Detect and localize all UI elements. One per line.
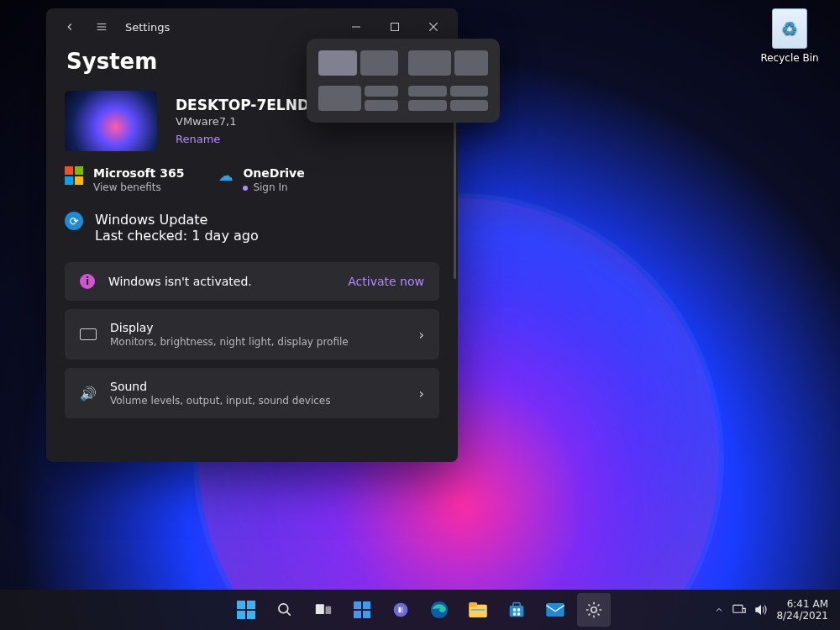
taskbar-app-edge[interactable] [423, 593, 456, 627]
taskbar-app-chat[interactable] [384, 593, 417, 627]
activation-banner: i Windows isn't activated. Activate now [65, 262, 439, 301]
svg-rect-0 [391, 24, 399, 31]
network-icon[interactable] [732, 604, 746, 616]
taskbar-app-store[interactable] [500, 593, 533, 627]
search-button[interactable] [268, 593, 302, 627]
window-minimize-button[interactable] [337, 13, 375, 40]
settings-scroll-region[interactable]: DESKTOP-7ELNDNI VMware7,1 Rename Microso… [46, 86, 458, 462]
back-button[interactable] [61, 18, 78, 35]
settings-item-sound[interactable]: 🔊 Sound Volume levels, output, input, so… [65, 368, 439, 418]
onedrive-title: OneDrive [243, 166, 304, 180]
onedrive-sub: Sign In [243, 181, 304, 193]
activation-text: Windows isn't activated. [108, 275, 252, 288]
recycle-bin-icon [772, 8, 807, 49]
desktop-icon-recycle-bin[interactable]: Recycle Bin [756, 8, 823, 64]
m365-sub: View benefits [93, 181, 184, 193]
window-title: Settings [125, 21, 170, 34]
device-model: VMware7,1 [176, 115, 327, 128]
wu-sub: Last checked: 1 day ago [95, 228, 259, 244]
display-sub: Monitors, brightness, night light, displ… [110, 336, 349, 348]
svg-rect-13 [469, 602, 477, 606]
taskbar-app-mail[interactable] [538, 593, 572, 627]
info-icon: i [80, 274, 95, 289]
microsoft-365-icon [65, 166, 83, 185]
svg-rect-3 [326, 606, 332, 614]
svg-rect-10 [402, 607, 403, 613]
wu-title: Windows Update [95, 212, 259, 228]
clock-time: 6:41 AM [776, 598, 828, 610]
taskbar-app-settings[interactable] [577, 593, 611, 627]
snap-layout-quad[interactable] [408, 86, 488, 111]
quick-onedrive[interactable]: ☁ OneDrive Sign In [218, 166, 304, 193]
quick-microsoft-365[interactable]: Microsoft 365 View benefits [65, 166, 184, 193]
volume-icon[interactable] [754, 604, 768, 616]
svg-rect-19 [513, 612, 516, 615]
svg-rect-18 [517, 608, 520, 611]
nav-menu-button[interactable] [93, 18, 110, 35]
settings-item-display[interactable]: Display Monitors, brightness, night ligh… [65, 309, 439, 360]
display-title: Display [110, 321, 349, 334]
onedrive-icon: ☁ [218, 166, 233, 184]
rename-link[interactable]: Rename [176, 133, 327, 145]
window-maximize-button[interactable] [375, 13, 414, 40]
svg-rect-2 [316, 604, 324, 614]
quick-windows-update[interactable]: ⟳ Windows Update Last checked: 1 day ago [65, 212, 439, 244]
svg-rect-23 [733, 605, 743, 612]
sound-icon: 🔊 [80, 386, 97, 402]
taskbar-clock[interactable]: 6:41 AM 8/24/2021 [776, 598, 828, 622]
taskbar: 6:41 AM 8/24/2021 [0, 590, 840, 630]
window-close-button[interactable] [414, 13, 453, 40]
device-name: DESKTOP-7ELNDNI [176, 97, 327, 113]
windows-update-icon: ⟳ [65, 212, 83, 230]
widgets-button[interactable] [345, 593, 379, 627]
svg-rect-17 [513, 608, 516, 611]
svg-rect-5 [363, 601, 370, 609]
snap-layout-1-plus-2[interactable] [318, 86, 398, 111]
task-view-button[interactable] [307, 593, 340, 627]
chevron-right-icon: › [419, 386, 424, 402]
start-button[interactable] [229, 593, 263, 627]
snap-layout-2col[interactable] [318, 50, 398, 76]
clock-date: 8/24/2021 [776, 610, 828, 622]
recycle-bin-label: Recycle Bin [756, 52, 823, 64]
activate-now-link[interactable]: Activate now [348, 275, 424, 288]
svg-point-1 [279, 604, 288, 613]
svg-rect-21 [546, 603, 564, 617]
device-wallpaper-thumb [65, 91, 157, 151]
svg-rect-6 [354, 611, 361, 618]
m365-title: Microsoft 365 [93, 166, 184, 180]
taskbar-app-file-explorer[interactable] [461, 593, 495, 627]
sound-title: Sound [110, 380, 330, 393]
svg-point-22 [591, 607, 596, 612]
chevron-right-icon: › [419, 327, 424, 343]
svg-rect-14 [471, 609, 485, 611]
tray-overflow-chevron-icon[interactable] [714, 605, 724, 615]
svg-rect-4 [354, 601, 361, 609]
display-icon [80, 328, 97, 340]
svg-rect-7 [363, 611, 370, 618]
svg-rect-20 [517, 612, 520, 615]
snap-layout-2col-wide[interactable] [408, 50, 488, 76]
svg-rect-9 [399, 607, 402, 613]
svg-rect-16 [513, 603, 520, 607]
snap-layouts-flyout [307, 39, 500, 123]
sound-sub: Volume levels, output, input, sound devi… [110, 395, 330, 407]
